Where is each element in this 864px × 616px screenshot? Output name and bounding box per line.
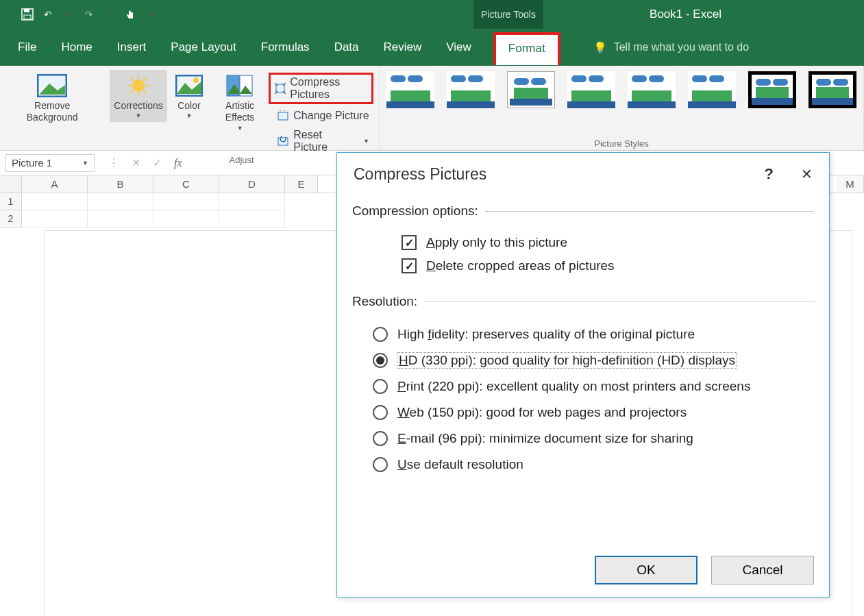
style-thumb-6[interactable] (688, 71, 736, 108)
compress-pictures-dialog: Compress Pictures ? ✕ Compression option… (336, 152, 830, 597)
cell[interactable] (219, 210, 285, 227)
checkbox-apply-only[interactable]: Apply only to this picture (352, 231, 814, 254)
chevron-down-icon: ▼ (136, 112, 142, 119)
artistic-effects-icon (223, 73, 256, 99)
svg-line-14 (143, 78, 146, 81)
change-picture-icon (277, 110, 289, 122)
dialog-title: Compress Pictures (354, 165, 486, 184)
style-thumb-3[interactable] (507, 71, 555, 108)
section-compression-options: Compression options: (352, 204, 478, 219)
radio-label: Print (220 ppi): excellent quality on mo… (397, 379, 750, 394)
svg-rect-23 (278, 112, 288, 120)
corrections-button[interactable]: Corrections ▼ (110, 70, 167, 122)
change-picture-button[interactable]: Change Picture (273, 108, 373, 123)
checkbox-icon (402, 235, 417, 250)
cell[interactable] (22, 210, 88, 227)
tab-home[interactable]: Home (58, 36, 95, 58)
picture-styles-gallery[interactable] (386, 71, 856, 108)
compress-icon (275, 82, 286, 95)
tab-insert[interactable]: Insert (114, 36, 149, 58)
col-header[interactable]: A (22, 175, 88, 193)
group-label-styles: Picture Styles (386, 138, 856, 149)
ribbon-tabs: File Home Insert Page Layout Formulas Da… (0, 29, 864, 66)
title-bar: ↶ ▼ ↷ ▼ ▼ Picture Tools Book1 - Excel (0, 0, 864, 29)
radio-email[interactable]: E-mail (96 ppi): minimize document size … (352, 426, 814, 452)
reset-picture-button[interactable]: Reset Picture ▼ (273, 127, 373, 155)
radio-hd[interactable]: HD (330 ppi): good quality for high-defi… (352, 347, 814, 373)
chevron-down-icon: ▼ (82, 160, 88, 167)
tell-me-search[interactable]: 💡 Tell me what you want to do (593, 41, 749, 54)
group-background: Remove Background (0, 66, 104, 150)
cell[interactable] (153, 210, 219, 227)
radio-print[interactable]: Print (220 ppi): excellent quality on mo… (352, 373, 814, 399)
close-icon[interactable]: ✕ (801, 166, 813, 182)
corrections-icon (122, 73, 155, 99)
radio-label: Use default resolution (397, 457, 523, 472)
radio-high-fidelity[interactable]: High fidelity: preserves quality of the … (352, 321, 814, 347)
tab-page-layout[interactable]: Page Layout (168, 36, 238, 58)
col-header[interactable]: D (219, 175, 285, 193)
compress-pictures-button[interactable]: Compress Pictures (269, 73, 373, 104)
radio-label: High fidelity: preserves quality of the … (397, 327, 695, 342)
cell[interactable] (153, 193, 219, 210)
color-icon (173, 73, 206, 99)
svg-line-13 (131, 90, 134, 93)
remove-background-icon (36, 73, 69, 99)
select-all-corner[interactable] (0, 175, 22, 193)
cell[interactable] (88, 210, 153, 227)
cell[interactable] (219, 193, 285, 210)
svg-point-6 (132, 79, 145, 92)
style-thumb-7[interactable] (748, 71, 796, 108)
col-header[interactable]: E (285, 175, 318, 193)
name-box[interactable]: Picture 1 ▼ (5, 154, 95, 172)
col-header[interactable]: B (88, 175, 153, 193)
style-thumb-4[interactable] (567, 71, 615, 108)
svg-marker-16 (177, 82, 201, 94)
tab-format[interactable]: Format (493, 32, 560, 65)
tab-formulas[interactable]: Formulas (258, 36, 312, 58)
artistic-effects-button[interactable]: Artistic Effects ▼ (211, 70, 269, 134)
tab-review[interactable]: Review (381, 36, 425, 58)
ok-button[interactable]: OK (595, 556, 698, 584)
col-header[interactable]: M (837, 175, 864, 193)
help-button[interactable]: ? (765, 165, 774, 183)
save-icon[interactable] (19, 6, 36, 23)
radio-icon (373, 379, 388, 394)
group-picture-styles: Picture Styles (380, 66, 864, 150)
radio-icon (373, 431, 388, 446)
radio-icon (373, 457, 388, 472)
chevron-down-icon: ▼ (237, 125, 243, 132)
cell[interactable] (88, 193, 153, 210)
cell[interactable] (22, 193, 88, 210)
checkbox-delete-cropped[interactable]: Delete cropped areas of pictures (352, 254, 814, 278)
style-thumb-8[interactable] (809, 71, 856, 108)
radio-label: E-mail (96 ppi): minimize document size … (397, 431, 693, 446)
tab-data[interactable]: Data (332, 36, 362, 58)
remove-background-button[interactable]: Remove Background (5, 70, 99, 126)
qat-customize-icon[interactable]: ▼ (143, 6, 159, 23)
tab-file[interactable]: File (15, 36, 39, 58)
checkbox-label: Apply only to this picture (426, 235, 567, 250)
undo-dropdown-icon[interactable]: ▼ (60, 6, 77, 23)
style-thumb-5[interactable] (628, 71, 676, 108)
radio-web[interactable]: Web (150 ppi): good for web pages and pr… (352, 399, 814, 426)
row-header[interactable]: 1 (0, 193, 22, 210)
cancel-button[interactable]: Cancel (711, 556, 814, 584)
col-header[interactable]: C (153, 175, 219, 193)
touch-mode-icon[interactable] (122, 6, 138, 23)
color-button[interactable]: Color ▼ (169, 70, 210, 122)
svg-point-17 (193, 77, 199, 83)
row-header[interactable]: 2 (0, 210, 22, 227)
undo-icon[interactable]: ↶ (40, 6, 56, 23)
radio-icon (373, 405, 388, 420)
section-resolution: Resolution: (352, 294, 417, 309)
radio-label: HD (330 ppi): good quality for high-defi… (397, 353, 737, 368)
tab-view[interactable]: View (443, 36, 474, 58)
redo-icon[interactable]: ↷ (81, 6, 97, 23)
style-thumb-2[interactable] (447, 71, 495, 108)
chevron-down-icon: ▼ (363, 138, 369, 145)
radio-default[interactable]: Use default resolution (352, 452, 814, 478)
style-thumb-1[interactable] (386, 71, 434, 108)
tell-me-label: Tell me what you want to do (614, 41, 749, 53)
redo-dropdown-icon[interactable]: ▼ (101, 6, 118, 23)
